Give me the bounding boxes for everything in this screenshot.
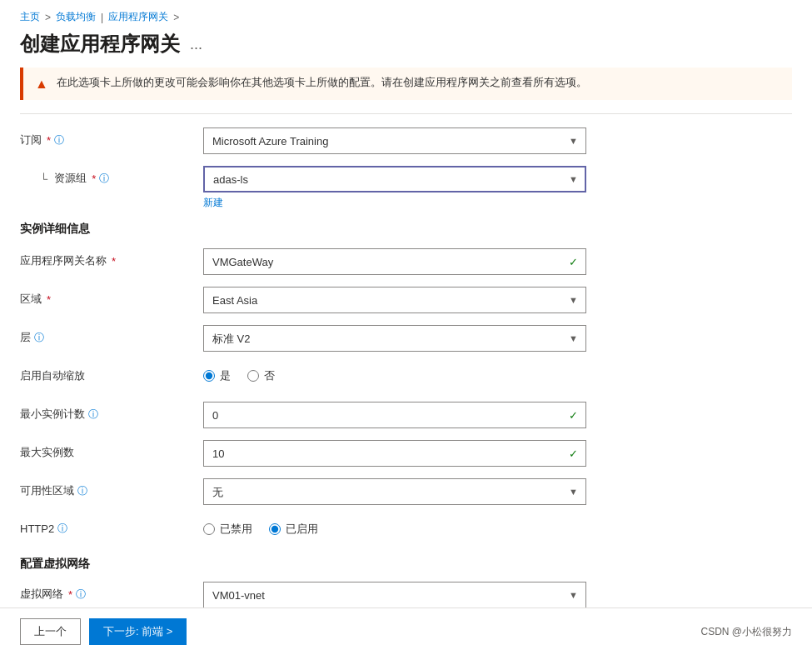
vnet-required: * xyxy=(68,588,72,601)
http2-row: HTTP2 ⓘ 已禁用 已启用 xyxy=(20,517,792,543)
gateway-name-row: 应用程序网关名称 * ✓ xyxy=(20,248,792,275)
instance-section-title: 实例详细信息 xyxy=(20,222,792,237)
footer: 上一个 下一步: 前端 > CSDN @小松很努力 xyxy=(0,608,812,655)
http2-disabled-option[interactable]: 已禁用 xyxy=(203,522,252,537)
breadcrumb-loadbalancer[interactable]: 负载均衡 xyxy=(56,10,96,24)
vnet-select-wrapper: VM01-vnet ▼ xyxy=(203,582,586,608)
min-instance-label: 最小实例计数 ⓘ xyxy=(20,402,203,422)
gateway-name-control: ✓ xyxy=(203,248,586,275)
watermark: CSDN @小松很努力 xyxy=(700,625,792,639)
max-instance-label: 最大实例数 xyxy=(20,440,203,460)
autoscale-control: 是 否 xyxy=(203,363,586,383)
autoscale-no-radio[interactable] xyxy=(247,370,259,382)
http2-radio-group: 已禁用 已启用 xyxy=(203,517,586,537)
vnet-label: 虚拟网络 * ⓘ xyxy=(20,582,203,602)
breadcrumb-sep2: | xyxy=(101,12,103,23)
http2-control: 已禁用 已启用 xyxy=(203,517,586,537)
http2-disabled-label: 已禁用 xyxy=(220,522,252,537)
availability-control: 无 ▼ xyxy=(203,478,586,505)
autoscale-label: 启用自动缩放 xyxy=(20,363,203,383)
subscription-control: Microsoft Azure Training ▼ xyxy=(203,128,586,154)
http2-enabled-option[interactable]: 已启用 xyxy=(269,522,318,537)
tier-info-icon[interactable]: ⓘ xyxy=(34,331,44,345)
subscription-label: 订阅 * ⓘ xyxy=(20,128,203,148)
autoscale-yes-radio[interactable] xyxy=(203,370,215,382)
max-instance-control: ✓ xyxy=(203,440,586,467)
min-instance-input[interactable] xyxy=(203,402,586,428)
availability-row: 可用性区域 ⓘ 无 ▼ xyxy=(20,478,792,505)
min-instance-row: 最小实例计数 ⓘ ✓ xyxy=(20,402,792,428)
resource-group-required: * xyxy=(92,172,96,185)
warning-text: 在此选项卡上所做的更改可能会影响你在其他选项卡上所做的配置。请在创建应用程序网关… xyxy=(57,76,587,90)
autoscale-no-label: 否 xyxy=(264,368,275,383)
vnet-info-icon[interactable]: ⓘ xyxy=(76,588,86,602)
tier-control: 标准 V2 ▼ xyxy=(203,325,586,352)
autoscale-yes-label: 是 xyxy=(220,368,231,383)
page-header: 创建应用程序网关 ... xyxy=(0,24,812,68)
subscription-select[interactable]: Microsoft Azure Training xyxy=(203,128,586,154)
vnet-select[interactable]: VM01-vnet xyxy=(203,582,586,608)
region-select-wrapper: East Asia ▼ xyxy=(203,287,586,313)
subscription-info-icon[interactable]: ⓘ xyxy=(54,133,64,148)
resource-group-new-link[interactable]: 新建 xyxy=(203,196,223,210)
resource-group-select[interactable]: adas-ls xyxy=(203,166,586,192)
region-label: 区域 * xyxy=(20,287,203,307)
resource-group-control: adas-ls ▼ 新建 xyxy=(203,166,586,210)
breadcrumb-sep1: > xyxy=(45,12,51,23)
availability-select[interactable]: 无 xyxy=(203,478,586,505)
tier-row: 层 ⓘ 标准 V2 ▼ xyxy=(20,325,792,352)
min-instance-control: ✓ xyxy=(203,402,586,428)
footer-buttons: 上一个 下一步: 前端 > xyxy=(20,618,187,645)
max-instance-input[interactable] xyxy=(203,440,586,467)
vnet-section-title: 配置虚拟网络 xyxy=(20,557,792,572)
region-row: 区域 * East Asia ▼ xyxy=(20,287,792,313)
http2-enabled-label: 已启用 xyxy=(286,522,318,537)
breadcrumb-gateway[interactable]: 应用程序网关 xyxy=(108,10,168,24)
breadcrumb-sep3: > xyxy=(173,12,179,23)
autoscale-row: 启用自动缩放 是 否 xyxy=(20,363,792,390)
autoscale-radio-group: 是 否 xyxy=(203,363,586,383)
autoscale-no-option[interactable]: 否 xyxy=(247,368,275,383)
max-instance-wrapper: ✓ xyxy=(203,440,586,467)
region-control: East Asia ▼ xyxy=(203,287,586,313)
form-body: 订阅 * ⓘ Microsoft Azure Training ▼ └ 资源组 … xyxy=(0,114,812,655)
breadcrumb-home[interactable]: 主页 xyxy=(20,10,40,24)
subscription-required: * xyxy=(47,134,51,147)
http2-enabled-radio[interactable] xyxy=(269,523,281,535)
page-title: 创建应用程序网关 xyxy=(20,31,180,58)
ellipsis-icon[interactable]: ... xyxy=(190,36,202,53)
resource-group-label: └ 资源组 * ⓘ xyxy=(20,166,203,186)
gateway-name-input[interactable] xyxy=(203,248,586,275)
region-required: * xyxy=(47,293,51,306)
min-instance-info-icon[interactable]: ⓘ xyxy=(88,408,98,422)
http2-info-icon[interactable]: ⓘ xyxy=(57,522,67,536)
gateway-name-required: * xyxy=(112,255,116,268)
autoscale-yes-option[interactable]: 是 xyxy=(203,368,231,383)
gateway-name-wrapper: ✓ xyxy=(203,248,586,275)
subscription-row: 订阅 * ⓘ Microsoft Azure Training ▼ xyxy=(20,128,792,154)
tier-label: 层 ⓘ xyxy=(20,325,203,345)
availability-info-icon[interactable]: ⓘ xyxy=(77,484,87,498)
resource-group-row: └ 资源组 * ⓘ adas-ls ▼ 新建 xyxy=(20,166,792,210)
http2-label: HTTP2 ⓘ xyxy=(20,517,203,536)
tier-select[interactable]: 标准 V2 xyxy=(203,325,586,352)
region-select[interactable]: East Asia xyxy=(203,287,586,313)
tier-select-wrapper: 标准 V2 ▼ xyxy=(203,325,586,352)
warning-banner: ▲ 在此选项卡上所做的更改可能会影响你在其他选项卡上所做的配置。请在创建应用程序… xyxy=(20,68,792,100)
max-instance-row: 最大实例数 ✓ xyxy=(20,440,792,467)
http2-disabled-radio[interactable] xyxy=(203,523,215,535)
subscription-select-wrapper: Microsoft Azure Training ▼ xyxy=(203,128,586,154)
availability-select-wrapper: 无 ▼ xyxy=(203,478,586,505)
page-container: 主页 > 负载均衡 | 应用程序网关 > 创建应用程序网关 ... ▲ 在此选项… xyxy=(0,0,812,655)
min-instance-wrapper: ✓ xyxy=(203,402,586,428)
next-button[interactable]: 下一步: 前端 > xyxy=(89,618,187,645)
warning-icon: ▲ xyxy=(35,77,48,92)
availability-label: 可用性区域 ⓘ xyxy=(20,478,203,498)
breadcrumb: 主页 > 负载均衡 | 应用程序网关 > xyxy=(0,0,812,24)
prev-button[interactable]: 上一个 xyxy=(20,618,81,645)
resource-group-info-icon[interactable]: ⓘ xyxy=(99,172,109,186)
resource-group-select-wrapper: adas-ls ▼ xyxy=(203,166,586,192)
gateway-name-label: 应用程序网关名称 * xyxy=(20,248,203,268)
